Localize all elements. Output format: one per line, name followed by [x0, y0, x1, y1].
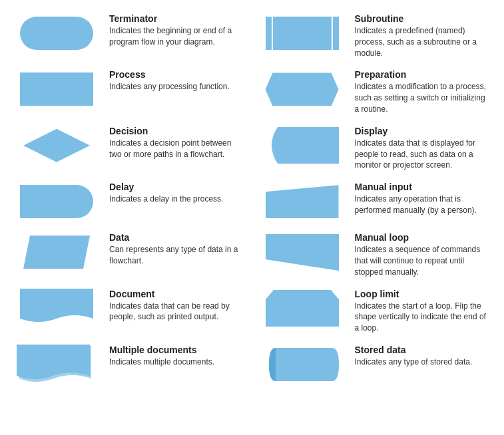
loop-limit-shape	[266, 290, 339, 327]
desc-loop-limit: Indicates the start of a loop. Flip the …	[355, 301, 491, 334]
stored-data-shape	[266, 348, 339, 381]
shape-subroutine-container	[259, 13, 346, 53]
title-display: Display	[355, 126, 491, 136]
decision-shape	[23, 129, 90, 162]
item-document: Document Indicates data that can be read…	[13, 289, 246, 334]
desc-data: Can represents any type of data in a flo…	[109, 244, 246, 267]
desc-multiple-documents: Indicates multiple documents.	[109, 357, 246, 368]
text-document: Document Indicates data that can be read…	[109, 289, 246, 323]
text-preparation: Preparation Indicates a modification to …	[355, 69, 491, 114]
shape-loop-limit-container	[259, 289, 346, 329]
item-display: Display Indicates data that is displayed…	[259, 126, 491, 171]
preparation-shape	[266, 72, 339, 106]
shape-manual-loop-container	[259, 232, 346, 272]
item-delay: Delay Indicates a delay in the process.	[13, 182, 246, 221]
desc-stored-data: Indicates any type of stored data.	[355, 357, 491, 368]
shape-delay-container	[13, 182, 100, 221]
title-manual-loop: Manual loop	[355, 232, 491, 243]
item-data: Data Can represents any type of data in …	[13, 232, 246, 277]
display-shape	[266, 127, 339, 164]
title-decision: Decision	[109, 126, 246, 136]
text-manual-input: Manual input Indicates any operation tha…	[355, 182, 491, 216]
subroutine-shape	[266, 17, 339, 50]
desc-preparation: Indicates a modification to a process, s…	[355, 81, 491, 114]
shape-terminator	[13, 13, 100, 53]
desc-decision: Indicates a decision point between two o…	[109, 138, 246, 160]
desc-display: Indicates data that is displayed for peo…	[355, 138, 491, 171]
shape-display-container	[259, 126, 346, 166]
document-shape	[20, 289, 93, 329]
text-process: Process Indicates any processing functio…	[109, 69, 246, 92]
shape-decision-container	[13, 126, 100, 166]
title-process: Process	[109, 69, 246, 80]
title-data: Data	[109, 232, 246, 243]
item-terminator: Terminator Indicates the beginning or en…	[13, 13, 246, 59]
text-display: Display Indicates data that is displayed…	[355, 126, 491, 171]
terminator-shape	[20, 17, 93, 50]
title-document: Document	[109, 289, 246, 299]
shape-multiple-docs-container	[13, 345, 100, 388]
shape-process-container	[13, 69, 100, 109]
svg-rect-0	[266, 17, 339, 50]
shape-stored-data-container	[259, 345, 346, 384]
shape-manual-input-container	[259, 182, 346, 221]
desc-process: Indicates any processing function.	[109, 81, 246, 92]
item-manual-loop: Manual loop Indicates a sequence of comm…	[259, 232, 491, 277]
item-stored-data: Stored data Indicates any type of stored…	[259, 345, 491, 388]
title-preparation: Preparation	[355, 69, 491, 80]
delay-shape	[20, 185, 93, 218]
text-multiple-documents: Multiple documents Indicates multiple do…	[109, 345, 246, 368]
desc-terminator: Indicates the beginning or end of a prog…	[109, 25, 246, 48]
title-terminator: Terminator	[109, 13, 246, 24]
item-manual-input: Manual input Indicates any operation tha…	[259, 182, 491, 221]
multiple-docs-shape	[17, 345, 97, 388]
process-shape	[20, 72, 93, 106]
item-process: Process Indicates any processing functio…	[13, 69, 246, 114]
text-loop-limit: Loop limit Indicates the start of a loop…	[355, 289, 491, 334]
text-subroutine: Subroutine Indicates a predefined (named…	[355, 13, 491, 59]
desc-manual-input: Indicates any operation that is performe…	[355, 194, 491, 216]
text-decision: Decision Indicates a decision point betw…	[109, 126, 246, 160]
title-loop-limit: Loop limit	[355, 289, 491, 299]
item-subroutine: Subroutine Indicates a predefined (named…	[259, 13, 491, 59]
text-terminator: Terminator Indicates the beginning or en…	[109, 13, 246, 48]
manual-loop-shape	[266, 234, 339, 271]
shape-preparation-container	[259, 69, 346, 109]
text-delay: Delay Indicates a delay in the process.	[109, 182, 246, 205]
text-manual-loop: Manual loop Indicates a sequence of comm…	[355, 232, 491, 277]
title-subroutine: Subroutine	[355, 13, 491, 24]
item-loop-limit: Loop limit Indicates the start of a loop…	[259, 289, 491, 334]
title-manual-input: Manual input	[355, 182, 491, 192]
data-shape	[23, 235, 90, 269]
title-multiple-documents: Multiple documents	[109, 345, 246, 355]
title-delay: Delay	[109, 182, 246, 192]
text-stored-data: Stored data Indicates any type of stored…	[355, 345, 491, 368]
desc-subroutine: Indicates a predefined (named) process, …	[355, 25, 491, 59]
shape-document-container	[13, 289, 100, 329]
desc-delay: Indicates a delay in the process.	[109, 194, 246, 205]
manual-input-shape	[266, 185, 339, 218]
text-data: Data Can represents any type of data in …	[109, 232, 246, 267]
shape-data-container	[13, 232, 100, 272]
item-multiple-documents: Multiple documents Indicates multiple do…	[13, 345, 246, 388]
item-decision: Decision Indicates a decision point betw…	[13, 126, 246, 171]
item-preparation: Preparation Indicates a modification to …	[259, 69, 491, 114]
desc-manual-loop: Indicates a sequence of commands that wi…	[355, 244, 491, 277]
flowchart-symbols-grid: Terminator Indicates the beginning or en…	[13, 13, 491, 392]
desc-document: Indicates data that can be read by peopl…	[109, 301, 246, 323]
title-stored-data: Stored data	[355, 345, 491, 355]
